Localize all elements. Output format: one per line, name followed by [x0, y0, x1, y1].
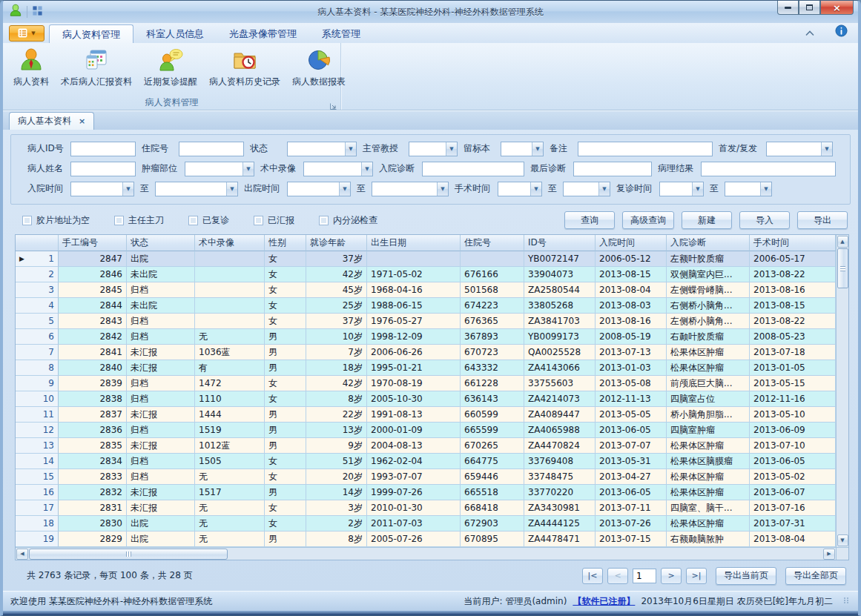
checkbox-chief-surgeon[interactable]: 主任主刀 [114, 214, 164, 227]
dropdown-arrow-icon[interactable]: ▼ [361, 162, 372, 176]
scroll-down-icon[interactable]: ▼ [837, 534, 848, 546]
minimize-button[interactable] [777, 1, 799, 15]
export-current-page-button[interactable]: 导出当前页 [716, 567, 776, 585]
dropdown-arrow-icon[interactable]: ▼ [760, 182, 771, 196]
revisit-reminder-button[interactable]: 近期复诊提醒 [138, 45, 203, 90]
filter-combo-surgery-date-from[interactable]: ▼ [498, 182, 542, 196]
prev-page-button[interactable]: < [607, 568, 628, 584]
data-report-button[interactable]: 病人数据报表 [286, 45, 352, 90]
history-record-button[interactable]: 病人资料历史记录 [203, 45, 286, 90]
table-row[interactable]: 22846未出院女42岁1971-05-02676166339040732013… [16, 267, 836, 282]
filter-input-final-diagnosis[interactable] [573, 162, 652, 176]
column-header-status[interactable]: 状态 [127, 235, 195, 251]
query-button[interactable]: 查询 [564, 211, 615, 229]
table-row[interactable]: 192829出院无男8岁2005-07-26670895ZA4478471201… [16, 531, 836, 547]
filter-input-patient-id[interactable] [70, 142, 136, 156]
dropdown-arrow-icon[interactable]: ▼ [243, 162, 254, 176]
dialog-launcher-icon[interactable] [329, 99, 338, 108]
export-all-pages-button[interactable]: 导出全部页 [785, 567, 846, 585]
filter-combo-revisit-date-from[interactable]: ▼ [659, 182, 704, 196]
page-input[interactable] [633, 569, 656, 583]
checkbox-reported[interactable]: 已汇报 [254, 214, 294, 227]
dropdown-arrow-icon[interactable]: ▼ [821, 142, 832, 156]
filter-combo-discharge-date-to[interactable]: ▼ [372, 182, 449, 196]
table-row[interactable]: 162832未汇报1517男14岁1999-07-266655183377022… [16, 485, 836, 500]
new-button[interactable]: 新建 [682, 211, 732, 229]
table-row[interactable]: 92839归档1472女42岁1970-08-19661228337556032… [16, 376, 836, 391]
dropdown-arrow-icon[interactable]: ▼ [530, 182, 541, 196]
app-menu-button[interactable]: ▼ [9, 25, 44, 42]
column-header-id-no[interactable]: ID号 [524, 235, 596, 251]
filter-input-remarks[interactable] [578, 142, 713, 156]
advanced-query-button[interactable]: 高级查询 [622, 211, 674, 229]
column-header-admit-date[interactable]: 入院时间 [596, 235, 667, 251]
registered-link[interactable]: 【软件已注册】 [573, 595, 635, 608]
filter-combo-surgery-date-to[interactable]: ▼ [563, 182, 610, 196]
dropdown-arrow-icon[interactable]: ▼ [226, 182, 237, 196]
scroll-left-icon[interactable]: ◀ [16, 549, 28, 560]
maximize-button[interactable] [799, 1, 820, 15]
collapse-ribbon-icon[interactable] [805, 25, 814, 39]
filter-combo-first-or-recurrence[interactable]: ▼ [766, 142, 833, 156]
scroll-up-icon[interactable]: ▲ [837, 236, 848, 248]
document-tab[interactable]: 病人基本资料 × [9, 112, 94, 130]
vertical-scrollbar[interactable]: ▲ ▼ [836, 235, 848, 547]
checkbox-endocrine-exam[interactable]: 内分泌检查 [319, 214, 377, 227]
import-button[interactable]: 导入 [739, 211, 790, 229]
filter-input-pathology-result[interactable] [701, 162, 836, 176]
ribbon-tab-2[interactable]: 科室人员信息 [133, 24, 217, 43]
filter-combo-revisit-date-to[interactable]: ▼ [725, 182, 772, 196]
table-row[interactable]: 112837未汇报1444男22岁1991-08-13660599ZA40894… [16, 407, 836, 423]
table-row[interactable]: 52843归档女37岁1976-05-27676365ZA38417032013… [16, 314, 836, 329]
column-header-admission-no[interactable]: 住院号 [461, 235, 524, 251]
column-header-admission-diagnosis[interactable]: 入院诊断 [667, 235, 750, 251]
column-header-surgery-date[interactable]: 手术时间 [750, 235, 836, 251]
column-header-surgery-video[interactable]: 术中录像 [195, 235, 265, 251]
table-row[interactable]: 32845归档女45岁1968-04-16501568ZA25805442013… [16, 282, 836, 298]
checkbox-revisited[interactable]: 已复诊 [188, 214, 229, 227]
filter-combo-status[interactable]: ▼ [287, 142, 357, 156]
dropdown-arrow-icon[interactable]: ▼ [122, 182, 133, 196]
table-row[interactable]: 72841未汇报1036蓝男7岁2006-06-26670723QA002552… [16, 345, 836, 360]
dropdown-arrow-icon[interactable]: ▼ [692, 182, 703, 196]
ribbon-tab-3[interactable]: 光盘录像带管理 [217, 24, 309, 43]
filter-combo-surgery-video[interactable]: ▼ [303, 162, 373, 176]
ribbon-tab-4[interactable]: 系统管理 [309, 24, 373, 43]
resize-grip-icon[interactable] [843, 596, 851, 607]
filter-combo-discharge-date-from[interactable]: ▼ [287, 182, 351, 196]
filter-combo-admit-date-to[interactable]: ▼ [155, 182, 238, 196]
close-button[interactable]: × [820, 1, 854, 15]
info-icon[interactable] [835, 24, 848, 40]
patient-data-button[interactable]: 病人资料 [7, 45, 55, 90]
vertical-scroll-thumb[interactable] [837, 248, 848, 288]
column-header-manual-no[interactable]: 手工编号 [59, 235, 127, 251]
table-row[interactable]: 62842归档无男10岁1998-12-09367893YB0099173200… [16, 329, 836, 345]
tab-close-icon[interactable]: × [79, 117, 85, 125]
export-button[interactable]: 导出 [797, 211, 848, 229]
table-row[interactable]: 172831未汇报无女3岁2010-01-30668418ZA343098120… [16, 500, 836, 516]
dropdown-arrow-icon[interactable]: ▼ [532, 142, 543, 156]
horizontal-scrollbar[interactable]: ◀ ▶ [16, 548, 836, 560]
filter-input-admission-diagnosis[interactable] [422, 162, 524, 176]
dropdown-arrow-icon[interactable]: ▼ [446, 142, 457, 156]
checkbox-film-address-empty[interactable]: 胶片地址为空 [22, 214, 90, 227]
table-row[interactable]: 132835未汇报1012蓝男9岁2004-08-13670265ZA44708… [16, 438, 836, 454]
table-row[interactable]: ▶12847出院女37岁YB00721472006-05-12左额叶胶质瘤200… [16, 251, 836, 267]
first-page-button[interactable]: |< [582, 568, 603, 584]
table-row[interactable]: 122836归档1519男13岁2000-01-09665599ZA406598… [16, 423, 836, 438]
filter-combo-professor[interactable]: ▼ [409, 142, 458, 156]
column-header-row-num[interactable] [16, 235, 59, 251]
table-row[interactable]: 152833归档无女20岁1993-07-0765944633748475201… [16, 469, 836, 485]
column-header-gender[interactable]: 性别 [265, 235, 306, 251]
column-header-visit-age[interactable]: 就诊年龄 [306, 235, 367, 251]
dropdown-arrow-icon[interactable]: ▼ [437, 182, 448, 196]
filter-combo-admit-date-from[interactable]: ▼ [70, 182, 134, 196]
table-row[interactable]: 102838归档1110女8岁2005-10-30636143ZA4214073… [16, 391, 836, 407]
filter-combo-specimen[interactable]: ▼ [501, 142, 544, 156]
filter-input-admission-no[interactable] [179, 142, 244, 156]
table-row[interactable]: 42844未出院女25岁1988-06-15674223338052682013… [16, 298, 836, 314]
filter-combo-tumor-site[interactable]: ▼ [185, 162, 254, 176]
ribbon-tab-1[interactable]: 病人资料管理 [49, 24, 133, 44]
dropdown-arrow-icon[interactable]: ▼ [598, 182, 610, 196]
dropdown-arrow-icon[interactable]: ▼ [345, 142, 356, 156]
